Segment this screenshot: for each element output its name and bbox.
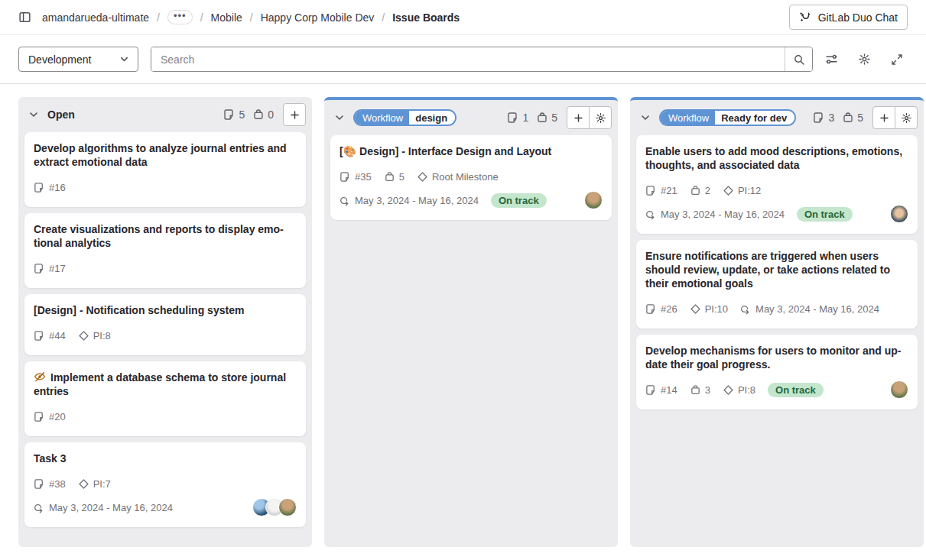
issue-card[interactable]: Implement a database schema to store jou…: [24, 361, 306, 436]
breadcrumb-item-subgroup[interactable]: Mobile: [211, 11, 242, 24]
avatar[interactable]: [890, 205, 908, 223]
issue-title[interactable]: Develop algorithms to analyze journal en…: [34, 141, 297, 169]
search-input[interactable]: [151, 47, 785, 71]
issue-icon: [645, 185, 657, 196]
sidebar-toggle-icon[interactable]: [18, 11, 31, 24]
gear-icon: [595, 112, 606, 124]
add-issue-button[interactable]: [872, 106, 895, 129]
duo-chat-icon: [799, 11, 812, 24]
issue-icon: [645, 303, 657, 315]
issue-count: 5: [223, 108, 245, 121]
list-settings-button[interactable]: [895, 106, 918, 129]
issue-card[interactable]: Create visualizations and reports to dis…: [24, 213, 306, 288]
weight-count: 5: [842, 112, 863, 124]
issue-reference: #21: [645, 185, 677, 196]
gear-icon: [901, 112, 912, 124]
issue-card[interactable]: Enable users to add mood descriptions, e…: [636, 135, 918, 234]
avatar[interactable]: [890, 380, 908, 399]
search-bar: [151, 47, 813, 72]
issue-title[interactable]: Implement a database schema to store jou…: [34, 371, 297, 398]
issue-title[interactable]: Ensure notifications are triggered when …: [645, 249, 908, 290]
list-settings-button[interactable]: [589, 106, 612, 129]
milestone-icon: [417, 171, 428, 183]
fullscreen-button[interactable]: [891, 53, 903, 66]
issue-board: Open 5 0 Develop algorithms to analyze j…: [0, 84, 926, 560]
duo-chat-label: GitLab Duo Chat: [818, 11, 898, 24]
issue-card[interactable]: Ensure notifications are triggered when …: [636, 240, 918, 329]
issue-reference: #35: [340, 171, 372, 183]
weight-count: 5: [536, 112, 557, 124]
scoped-label[interactable]: Workflow design: [353, 109, 457, 126]
board-switcher-value: Development: [28, 53, 92, 66]
issue-reference: #16: [34, 182, 66, 193]
weight-icon: [536, 112, 548, 124]
iteration-icon: [340, 195, 351, 206]
weight-icon: [690, 384, 701, 396]
issue-card[interactable]: Develop mechanisms for users to monitor …: [636, 335, 918, 409]
column-header: Workflow Ready for dev 3 5: [630, 100, 924, 135]
issue-icon: [34, 182, 45, 193]
label-scope: Workflow: [661, 111, 715, 125]
issue-reference: #20: [34, 411, 66, 422]
breadcrumb-item-group[interactable]: amandarueda-ultimate: [42, 11, 149, 24]
breadcrumb-ellipsis-button[interactable]: •••: [167, 10, 193, 24]
breadcrumb-separator: /: [157, 11, 160, 24]
health-status-badge: On track: [797, 207, 853, 222]
issue-title[interactable]: Create visualizations and reports to dis…: [34, 222, 297, 250]
milestone-icon: [78, 478, 89, 490]
avatar[interactable]: [584, 191, 603, 209]
breadcrumb-separator: /: [250, 11, 253, 24]
breadcrumb-separator: /: [200, 11, 203, 24]
add-issue-button[interactable]: [283, 103, 306, 126]
milestone-chip: PI:7: [78, 478, 111, 490]
board-options-button[interactable]: [825, 53, 838, 66]
gear-icon: [858, 53, 871, 66]
issue-title[interactable]: [🎨 Design] - Interface Design and Layout: [340, 144, 603, 158]
issue-reference: #44: [34, 330, 66, 342]
milestone-chip: Root Milestone: [417, 171, 499, 183]
weight-chip: 2: [690, 185, 710, 196]
milestone-chip: PI:8: [723, 384, 755, 396]
collapse-column-button[interactable]: [28, 108, 40, 121]
chevron-down-icon: [28, 108, 40, 121]
plus-icon: [573, 112, 584, 124]
issue-card[interactable]: [Design] - Notification scheduling syste…: [24, 294, 306, 355]
search-button[interactable]: [785, 47, 812, 71]
issue-card[interactable]: Develop algorithms to analyze journal en…: [24, 132, 306, 207]
collapse-column-button[interactable]: [639, 112, 651, 124]
column-header: Workflow design 1 5: [324, 100, 618, 135]
issue-title[interactable]: [Design] - Notification scheduling syste…: [34, 303, 297, 317]
issue-icon: [340, 171, 351, 183]
iteration-dates: May 3, 2024 - May 16, 2024: [740, 303, 879, 315]
issue-count: 3: [813, 112, 834, 124]
issue-reference: #26: [645, 303, 677, 315]
issue-title[interactable]: Develop mechanisms for users to monitor …: [645, 344, 908, 371]
label-value: Ready for dev: [715, 111, 794, 125]
scoped-label[interactable]: Workflow Ready for dev: [659, 109, 796, 126]
issue-reference: #38: [34, 478, 66, 490]
label-value: design: [409, 111, 455, 125]
duo-chat-button[interactable]: GitLab Duo Chat: [789, 5, 908, 30]
board-column-workflow-design: Workflow design 1 5 [🎨 Design] - Interfa…: [324, 97, 618, 547]
collapse-column-button[interactable]: [333, 112, 346, 124]
sliders-icon: [825, 53, 838, 66]
breadcrumb-bar: amandarueda-ultimate / ••• / Mobile / Ha…: [0, 0, 926, 35]
iteration-icon: [740, 303, 752, 315]
add-issue-button[interactable]: [567, 106, 590, 129]
weight-icon: [252, 108, 265, 121]
issue-title[interactable]: Task 3: [34, 452, 297, 465]
avatar[interactable]: [278, 498, 297, 516]
breadcrumb-item-current: Issue Boards: [392, 11, 460, 24]
milestone-icon: [690, 303, 701, 315]
board-config-button[interactable]: [858, 53, 871, 66]
issue-card[interactable]: [🎨 Design] - Interface Design and Layout…: [330, 135, 612, 220]
assignee-avatars: [252, 498, 297, 516]
issue-card[interactable]: Task 3 #38 PI:7 May 3, 2024 - May 16, 20…: [24, 442, 306, 527]
card-list: Develop algorithms to analyze journal en…: [18, 132, 312, 533]
issue-count: 1: [507, 112, 528, 124]
board-switcher-dropdown[interactable]: Development: [18, 47, 138, 72]
issue-reference: #17: [34, 263, 66, 274]
breadcrumb-item-project[interactable]: Happy Corp Mobile Dev: [261, 11, 375, 24]
milestone-chip: PI:8: [78, 330, 111, 342]
issue-title[interactable]: Enable users to add mood descriptions, e…: [645, 144, 908, 172]
